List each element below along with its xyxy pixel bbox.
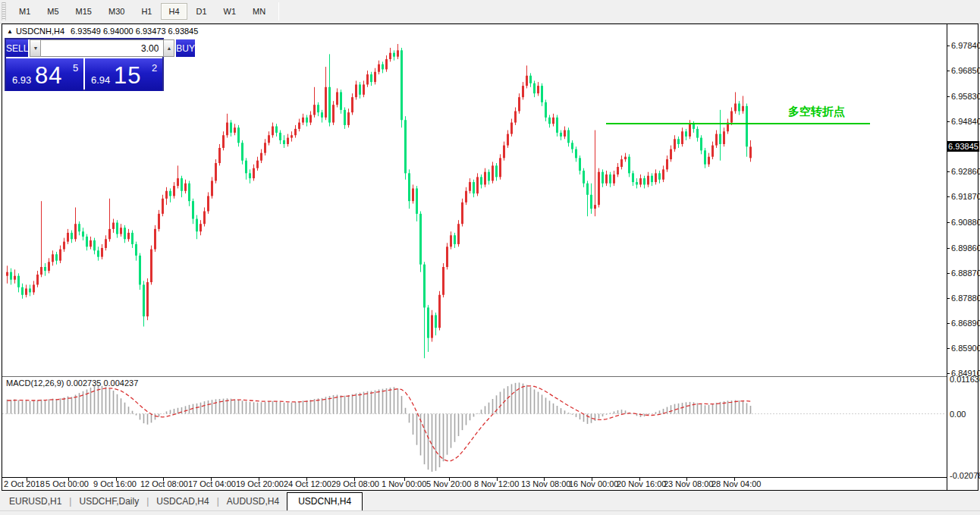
candle-body bbox=[586, 184, 589, 195]
time-axis-label: 29 Oct 08:00 bbox=[331, 479, 379, 488]
candle-body bbox=[340, 92, 342, 109]
candle-body bbox=[78, 224, 80, 231]
price-axis-label: 6.85900 bbox=[951, 344, 980, 353]
buy-button[interactable]: BUY bbox=[176, 39, 195, 57]
time-axis-tick bbox=[163, 477, 164, 481]
macd-indicator-chart[interactable] bbox=[2, 377, 947, 477]
candle-body bbox=[749, 146, 752, 158]
candle-body bbox=[302, 118, 304, 123]
chart-window: ▲USDCNH,H46.93549 6.94000 6.93473 6.9384… bbox=[2, 24, 978, 491]
price-axis-tick bbox=[947, 71, 950, 71]
time-axis-label: 13 Nov 08:00 bbox=[521, 479, 570, 488]
candle-body bbox=[609, 174, 611, 184]
candle-body bbox=[67, 233, 69, 242]
candle-body bbox=[696, 129, 699, 138]
toolbar-separator bbox=[278, 2, 279, 20]
timeframe-button-d1[interactable]: D1 bbox=[189, 3, 215, 20]
candle-body bbox=[404, 120, 407, 173]
timeframe-button-h4[interactable]: H4 bbox=[161, 3, 187, 20]
time-axis-label: 5 Oct 00:00 bbox=[46, 479, 89, 488]
timeframe-button-m5[interactable]: M5 bbox=[39, 3, 66, 20]
candle-body bbox=[590, 195, 592, 209]
price-axis-label: 6.95830 bbox=[951, 92, 980, 101]
timeframe-button-mn[interactable]: MN bbox=[245, 3, 273, 20]
chart-tab-eurusd-h1[interactable]: EURUSD,H1 bbox=[2, 493, 69, 510]
candle-body bbox=[480, 177, 482, 184]
timeframe-button-m15[interactable]: M15 bbox=[68, 3, 99, 20]
toolbar-grip-handle[interactable] bbox=[2, 2, 6, 20]
candle-body bbox=[442, 267, 444, 295]
candle-body bbox=[71, 233, 73, 239]
price-axis-tick bbox=[947, 121, 950, 122]
time-axis-label: 24 Oct 12:00 bbox=[284, 479, 331, 488]
candle-body bbox=[264, 143, 266, 152]
sell-button[interactable]: SELL bbox=[6, 39, 28, 57]
price-axis-tick bbox=[947, 348, 950, 349]
candle-body bbox=[473, 182, 475, 193]
candle-body bbox=[488, 172, 490, 181]
time-axis-tick bbox=[734, 477, 735, 481]
sell-price-panel[interactable]: 6.93 84 5 bbox=[6, 58, 83, 91]
candle-body bbox=[275, 127, 278, 133]
candle-body bbox=[533, 83, 536, 93]
volume-increase-button[interactable]: ▲ bbox=[163, 39, 174, 57]
chart-tab-usdchf-daily[interactable]: USDCHF,Daily bbox=[71, 493, 146, 510]
time-axis-label: 28 Nov 04:00 bbox=[711, 479, 761, 488]
candle-body bbox=[461, 203, 463, 224]
candle-body bbox=[408, 173, 410, 201]
candle-body bbox=[116, 223, 118, 234]
volume-input[interactable] bbox=[41, 39, 163, 57]
candle-body bbox=[139, 256, 141, 284]
candle-body bbox=[234, 127, 236, 133]
candle-body bbox=[366, 74, 369, 84]
price-axis-tick bbox=[947, 171, 950, 172]
candle-body bbox=[416, 188, 418, 213]
candle-body bbox=[507, 134, 509, 146]
price-axis-label: 6.96850 bbox=[951, 66, 980, 75]
volume-decrease-button[interactable]: ▼ bbox=[30, 39, 41, 57]
candle-body bbox=[55, 254, 58, 260]
time-axis-label: 16 Nov 00:00 bbox=[569, 479, 618, 488]
candle-body bbox=[666, 159, 668, 169]
chart-tab-usdcad-h4[interactable]: USDCAD,H4 bbox=[149, 493, 216, 510]
candle-body bbox=[207, 196, 209, 211]
candle-body bbox=[685, 131, 687, 137]
candle-body bbox=[427, 307, 429, 338]
time-axis-label: 23 Nov 08:00 bbox=[664, 479, 713, 488]
chart-tab-audusd-h4[interactable]: AUDUSD,H4 bbox=[219, 493, 287, 510]
ohlc-high: 6.94000 bbox=[103, 27, 133, 36]
timeframe-button-h1[interactable]: H1 bbox=[133, 3, 159, 20]
candle-body bbox=[165, 191, 168, 199]
candle-body bbox=[309, 115, 312, 123]
candle-body bbox=[677, 139, 680, 144]
candle-body bbox=[579, 158, 581, 171]
chart-tab-usdcnh-h4[interactable]: USDCNH,H4 bbox=[287, 492, 363, 511]
mt4-app: M1M5M15M30H1H4D1W1MN ▲USDCNH,H46.93549 6… bbox=[0, 0, 980, 515]
price-axis-tick bbox=[947, 196, 950, 197]
candle-body bbox=[541, 86, 543, 102]
candle-body bbox=[454, 235, 456, 244]
candle-body bbox=[423, 265, 426, 308]
candle-body bbox=[412, 188, 414, 201]
candle-body bbox=[746, 106, 748, 146]
candle-body bbox=[344, 110, 346, 125]
candle-body bbox=[431, 315, 433, 338]
timeframe-button-m1[interactable]: M1 bbox=[11, 3, 38, 20]
candle-body bbox=[658, 173, 661, 179]
price-axis-tick bbox=[947, 222, 950, 223]
candle-body bbox=[237, 127, 240, 143]
candle-body bbox=[378, 64, 380, 72]
candle-body bbox=[730, 111, 733, 123]
candle-body bbox=[738, 104, 740, 111]
time-axis-tick bbox=[116, 477, 117, 481]
candle-body bbox=[230, 123, 232, 133]
candle-body bbox=[514, 111, 517, 123]
collapse-triangle-icon[interactable]: ▲ bbox=[7, 28, 13, 35]
buy-price-panel[interactable]: 6.94 15 2 bbox=[85, 58, 162, 91]
candle-body bbox=[510, 123, 513, 134]
candle-body bbox=[548, 118, 551, 124]
candle-body bbox=[181, 178, 183, 191]
macd-axis-label: 0.011636 bbox=[950, 375, 980, 384]
timeframe-button-m30[interactable]: M30 bbox=[101, 3, 132, 20]
timeframe-button-w1[interactable]: W1 bbox=[216, 3, 244, 20]
